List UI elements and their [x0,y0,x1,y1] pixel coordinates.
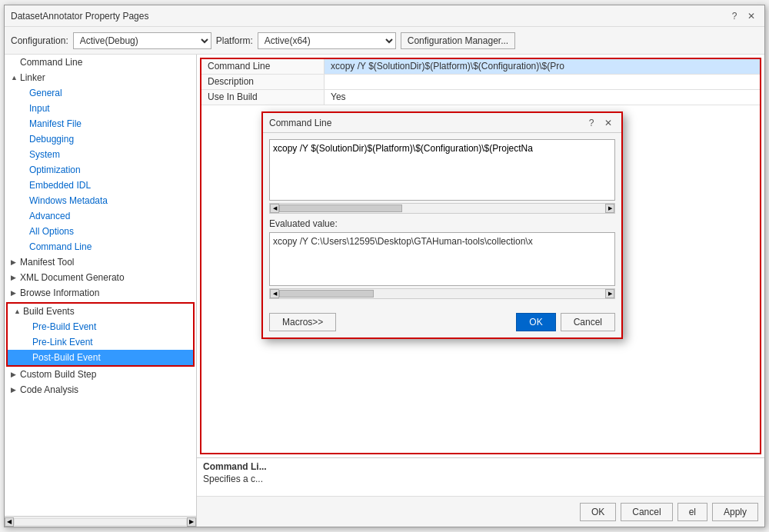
title-controls: ? ✕ [727,9,758,23]
config-select[interactable]: Active(Debug) [73,32,211,49]
command-line-input[interactable] [269,139,615,201]
tree-item-input[interactable]: Input [5,101,196,116]
tree-item-all-options[interactable]: All Options [5,224,196,239]
evaluated-value-input[interactable] [269,232,615,286]
scroll-thumb[interactable] [279,204,402,212]
config-bar: Configuration: Active(Debug) Platform: A… [5,27,764,55]
prop-key-use-in-build: Use In Build [201,90,325,105]
expander-icon: ▶ [11,386,20,394]
prop-row-command-line[interactable]: Command Line xcopy /Y $(SolutionDir)$(Pl… [201,59,760,75]
tree-label: Input [29,103,50,114]
tree-item-xml-doc-gen[interactable]: ▶ XML Document Generato [5,270,196,285]
tree-item-post-build-event[interactable]: Post-Build Event [8,350,193,365]
evaluated-value-label: Evaluated value: [269,218,615,229]
prev-cancel-button[interactable]: el [677,503,707,521]
scroll-left-icon[interactable]: ◀ [270,204,279,213]
tree-label: Post-Build Event [32,352,101,363]
scroll-right-arrow[interactable]: ▶ [187,517,196,527]
tree-item-general[interactable]: General [5,85,196,101]
scroll-left-icon2[interactable]: ◀ [270,289,279,298]
prop-val-command-line: xcopy /Y $(SolutionDir)$(Platform)\$(Con… [325,59,760,74]
dialog-body: ◀ ▶ Evaluated value: ◀ ▶ [263,133,621,310]
expander-icon: ▶ [11,289,20,297]
tree-item-command-line-linker[interactable]: Command Line [5,239,196,254]
tree-label: Command Line [20,57,82,68]
dialog-title-bar: Command Line ? ✕ [263,113,621,133]
platform-select[interactable]: Active(x64) [258,32,396,49]
tree-item-debugging[interactable]: Debugging [5,131,196,147]
tree-item-pre-build-event[interactable]: Pre-Build Event [8,319,193,334]
tree-label: Custom Build Step [20,369,96,380]
tree-label: Pre-Build Event [32,321,96,332]
dialog-ok-button[interactable]: OK [516,313,555,331]
prop-key-command-line: Command Line [201,59,325,74]
tree-label: Advanced [29,211,70,221]
left-panel-scrollbar[interactable]: ◀ ▶ [5,516,196,527]
tree-label: Debugging [29,134,74,145]
bottom-bar: OK Cancel el Apply [197,496,764,527]
scroll-right-icon2[interactable]: ▶ [605,289,614,298]
config-label: Configuration: [11,35,68,46]
tree-item-optimization[interactable]: Optimization [5,162,196,178]
macros-button[interactable]: Macros>> [269,313,336,331]
tree-item-linker[interactable]: ▲ Linker [5,70,196,85]
eval-horizontal-scrollbar[interactable]: ◀ ▶ [269,288,615,299]
prop-row-use-in-build[interactable]: Use In Build Yes [201,90,760,105]
tree-label: Manifest Tool [20,257,74,268]
help-button[interactable]: ? [727,9,741,23]
tree-item-embedded-idl[interactable]: Embedded IDL [5,178,196,193]
expander-icon: ▲ [11,74,20,81]
cancel-button[interactable]: Cancel [621,503,672,521]
expander-icon: ▶ [11,274,20,281]
tree-label: Build Events [23,306,75,317]
scroll-right-icon[interactable]: ▶ [605,204,614,213]
tree-item-build-events[interactable]: ▲ Build Events [8,304,193,319]
tree-item-custom-build-step[interactable]: ▶ Custom Build Step [5,367,196,382]
tree-label: General [29,88,62,98]
tree-item-code-analysis[interactable]: ▶ Code Analysis [5,382,196,397]
dialog-ok-cancel: OK Cancel [516,313,615,331]
expander-icon: ▲ [14,308,23,315]
expander-icon: ▶ [11,258,20,266]
dialog-help-button[interactable]: ? [584,116,598,130]
prop-row-description[interactable]: Description [201,75,760,90]
dialog-close-button[interactable]: ✕ [601,116,615,130]
scroll-left-arrow[interactable]: ◀ [5,517,14,527]
expander-icon: ▶ [11,371,20,378]
tree-item-manifest-file[interactable]: Manifest File [5,116,196,131]
command-line-dialog: Command Line ? ✕ ◀ ▶ Evaluated value: ◀ … [261,111,623,339]
dialog-cancel-button[interactable]: Cancel [561,313,615,331]
tree-label: Pre-Link Event [32,337,93,347]
tree-label: Code Analysis [20,384,78,395]
build-events-group: ▲ Build Events Pre-Build Event Pre-Link … [6,302,195,367]
dialog-footer: Macros>> OK Cancel [263,310,621,337]
tree-item-system[interactable]: System [5,147,196,162]
platform-label: Platform: [216,35,253,46]
tree-label: Command Line [29,241,92,252]
close-button[interactable]: ✕ [744,9,758,23]
left-panel: Command Line ▲ Linker General Input Mani… [5,55,197,527]
tree-item-pre-link-event[interactable]: Pre-Link Event [8,334,193,350]
desc-text: Specifies a c... [203,474,758,484]
scroll-thumb2[interactable] [279,290,374,298]
tree-label: Linker [20,72,45,83]
prop-val-use-in-build: Yes [325,90,760,105]
tree-item-windows-metadata[interactable]: Windows Metadata [5,193,196,208]
cmd-horizontal-scrollbar[interactable]: ◀ ▶ [269,203,615,214]
tree-item-command-line-root[interactable]: Command Line [5,55,196,70]
tree-label: XML Document Generato [20,272,125,283]
tree-item-advanced[interactable]: Advanced [5,208,196,224]
apply-button[interactable]: Apply [712,503,758,521]
tree-label: Manifest File [29,118,82,129]
dialog-title: Command Line [269,118,331,128]
description-area: Command Li... Specifies a c... [197,457,764,496]
tree-label: Optimization [29,165,81,175]
tree-item-browse-info[interactable]: ▶ Browse Information [5,285,196,301]
config-manager-button[interactable]: Configuration Manager... [401,32,515,49]
title-bar: DatasetAnnotator Property Pages ? ✕ [5,5,764,27]
tree-label: Embedded IDL [29,180,91,191]
ok-button[interactable]: OK [580,503,616,521]
tree-label: Browse Information [20,288,99,298]
tree-label: All Options [29,226,74,237]
tree-item-manifest-tool[interactable]: ▶ Manifest Tool [5,254,196,270]
